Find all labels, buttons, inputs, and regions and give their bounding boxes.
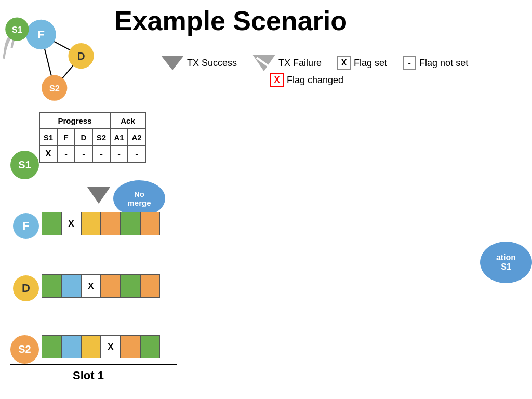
d-cell-1: [42, 274, 61, 298]
legend-row-2: X Flag changed: [161, 73, 468, 87]
f-cell-2: X: [61, 212, 81, 235]
f-cell-1: [42, 212, 61, 235]
d-cell-2: [61, 274, 81, 298]
no-merge-bubble: Nomerge: [113, 180, 165, 217]
col-s1: S1: [39, 129, 57, 145]
flag-set-label: Flag set: [354, 58, 387, 69]
s1-s2-cell: -: [92, 145, 110, 162]
flag-not-set-label: Flag not set: [419, 58, 468, 69]
s1-progress-row: X - - - - -: [39, 145, 145, 162]
tx-failure-label: TX Failure: [278, 58, 322, 69]
legend-row-1: TX Success TX Failure X Flag set - Flag …: [161, 55, 468, 71]
tx-success-label: TX Success: [187, 58, 237, 69]
slot-label: Slot 1: [73, 369, 104, 382]
col-a2: A2: [128, 129, 145, 145]
s1-f-cell: -: [57, 145, 75, 162]
flag-set-box: X: [337, 56, 351, 70]
col-s2: S2: [92, 129, 110, 145]
flag-not-set-item: - Flag not set: [403, 56, 468, 70]
s2-bar-row: X: [42, 335, 160, 358]
tx-failure-arrow: [252, 55, 275, 71]
s1-d-cell: -: [75, 145, 92, 162]
f-bar-row: X: [42, 212, 160, 235]
flag-set-item: X Flag set: [337, 56, 387, 70]
slot-line: [10, 364, 177, 365]
flag-changed-label: Flag changed: [287, 75, 343, 86]
svg-text:F: F: [37, 28, 45, 41]
s1-a2-cell: -: [128, 145, 145, 162]
s2-cell-1: [42, 335, 61, 358]
d-bar-row: X: [42, 274, 160, 298]
ack-header: Ack: [110, 112, 145, 129]
node-s2-label: S2: [10, 335, 39, 364]
network-diagram: F S1 D S2: [3, 5, 117, 104]
progress-table-container: Progress Ack S1 F D S2 A1 A2 X - - - - -: [39, 112, 146, 163]
node-d-label: D: [13, 275, 39, 301]
f-cell-6: [140, 212, 160, 235]
down-arrow: [87, 187, 110, 204]
progress-table: Progress Ack S1 F D S2 A1 A2 X - - - - -: [39, 112, 146, 163]
col-a1: A1: [110, 129, 128, 145]
legend: TX Success TX Failure X Flag set - Flag …: [161, 55, 468, 87]
s1-a1-cell: -: [110, 145, 128, 162]
node-s1-label: S1: [10, 151, 39, 179]
flag-changed-item: X Flag changed: [270, 73, 343, 87]
f-cell-3: [81, 212, 101, 235]
s2-cell-3: [81, 335, 101, 358]
edge-bubble: ationS1: [480, 242, 532, 283]
tx-success-arrow: [161, 56, 184, 70]
s2-cell-4: X: [101, 335, 121, 358]
tx-failure-item: TX Failure: [252, 55, 322, 71]
d-cell-6: [140, 274, 160, 298]
node-f-label: F: [13, 213, 39, 239]
svg-text:S1: S1: [12, 25, 22, 34]
d-cell-5: [121, 274, 140, 298]
f-cell-4: [101, 212, 121, 235]
svg-text:S2: S2: [49, 84, 60, 93]
s2-cell-2: [61, 335, 81, 358]
s2-cell-5: [121, 335, 140, 358]
d-cell-4: [101, 274, 121, 298]
d-cell-3: X: [81, 274, 101, 298]
flag-changed-box: X: [270, 73, 284, 87]
flag-not-set-box: -: [403, 56, 416, 70]
svg-text:D: D: [77, 50, 85, 62]
progress-header: Progress: [39, 112, 110, 129]
page-title: Example Scenario: [114, 5, 347, 36]
col-d: D: [75, 129, 92, 145]
col-f: F: [57, 129, 75, 145]
s1-s1-cell: X: [39, 145, 57, 162]
tx-success-item: TX Success: [161, 56, 237, 70]
f-cell-5: [121, 212, 140, 235]
s2-cell-6: [140, 335, 160, 358]
